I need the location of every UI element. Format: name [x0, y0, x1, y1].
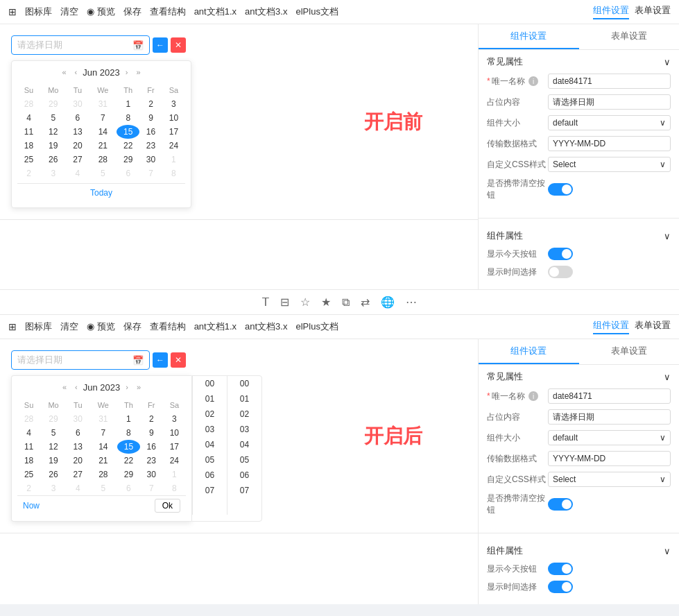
cal-day[interactable]: 11	[17, 125, 40, 139]
clear-toggle-before[interactable]	[548, 183, 573, 196]
cal-day[interactable]: 10	[162, 111, 185, 125]
cal-day[interactable]: 24	[163, 454, 186, 468]
toolbar2-clear[interactable]: 清空	[60, 320, 78, 333]
cal-day[interactable]: 5	[40, 111, 67, 125]
cal-day[interactable]: 3	[163, 412, 186, 426]
cal-prev-prev-before[interactable]: «	[59, 67, 69, 78]
toolbar-clear[interactable]: 清空	[60, 6, 78, 18]
toolbar2-preview[interactable]: ◉ 预览	[87, 320, 115, 333]
cal-next-before[interactable]: ›	[123, 67, 131, 78]
cal-day[interactable]: 29	[117, 468, 140, 481]
clear-toggle-after[interactable]	[548, 498, 573, 511]
time-hour-item[interactable]: 07	[193, 483, 227, 498]
cal-day[interactable]: 26	[40, 468, 67, 481]
date-input-before[interactable]: 请选择日期 📅	[11, 35, 150, 55]
cal-day[interactable]: 9	[139, 111, 162, 125]
info-icon-before[interactable]: i	[528, 76, 538, 86]
placeholder-input-after[interactable]	[548, 409, 671, 425]
css-select-after[interactable]: Select ∨	[548, 472, 671, 487]
component-props-header-after[interactable]: 组件属性 ∨	[487, 545, 671, 557]
time-hour-item[interactable]: 03	[193, 422, 227, 437]
cal-day[interactable]: 4	[17, 111, 40, 125]
toolbar2-save[interactable]: 保存	[123, 320, 141, 333]
css-select-before[interactable]: Select ∨	[548, 157, 671, 172]
time-minute-item[interactable]: 07	[227, 483, 261, 498]
toolbar2-library[interactable]: 图标库	[25, 320, 52, 333]
format-input-before[interactable]	[548, 136, 671, 151]
cal-day[interactable]: 10	[163, 426, 186, 440]
toolbar-save[interactable]: 保存	[123, 6, 141, 18]
copy-icon[interactable]: ⧉	[342, 296, 350, 309]
cal-day[interactable]: 29	[117, 153, 139, 166]
cal-day[interactable]: 7	[89, 111, 117, 125]
cal-day[interactable]: 12	[40, 440, 67, 454]
cal-next-next-after[interactable]: »	[134, 382, 144, 393]
cal-day[interactable]: 19	[40, 139, 67, 153]
toolbar2-tab1[interactable]: 组件设置	[593, 319, 629, 334]
prev-date-btn-after[interactable]: ←	[153, 352, 168, 368]
panel-tab1-before[interactable]: 组件设置	[479, 24, 579, 49]
cal-day[interactable]: 25	[17, 468, 40, 481]
cal-day[interactable]: 28	[89, 468, 117, 481]
component-props-header-before[interactable]: 组件属性 ∨	[487, 230, 671, 242]
cal-day[interactable]: 26	[40, 153, 67, 166]
toolbar2-elplus[interactable]: elPlus文档	[295, 320, 338, 333]
time-minute-item[interactable]: 01	[227, 391, 261, 407]
cal-day[interactable]: 15	[117, 125, 139, 139]
time-picker-toggle-before[interactable]	[548, 266, 573, 278]
now-btn-after[interactable]: Now	[23, 501, 40, 511]
common-props-header-before[interactable]: 常见属性 ∨	[487, 55, 671, 68]
panel-tab1-after[interactable]: 组件设置	[479, 339, 579, 364]
cal-day[interactable]: 9	[140, 426, 163, 440]
cal-day[interactable]: 8	[117, 111, 139, 125]
time-minute-item[interactable]: 03	[227, 422, 261, 437]
cal-day[interactable]: 14	[89, 125, 117, 139]
globe-icon[interactable]: 🌐	[381, 296, 395, 309]
toolbar-library[interactable]: 图标库	[25, 6, 52, 18]
time-minute-item[interactable]: 00	[227, 376, 261, 391]
ok-btn-after[interactable]: Ok	[155, 499, 180, 513]
cal-day[interactable]: 17	[163, 440, 186, 454]
share-icon[interactable]: ⇄	[361, 296, 370, 309]
cal-day[interactable]: 6	[67, 111, 89, 125]
time-hour-item[interactable]: 06	[193, 468, 227, 483]
cal-day[interactable]: 1	[117, 97, 139, 111]
today-toggle-before[interactable]	[548, 248, 573, 260]
time-minute-item[interactable]: 05	[227, 452, 261, 468]
cal-day[interactable]: 5	[40, 426, 67, 440]
cal-day[interactable]: 4	[17, 426, 40, 440]
cal-day[interactable]: 3	[162, 97, 185, 111]
time-hour-item[interactable]: 04	[193, 437, 227, 452]
cal-day[interactable]: 13	[67, 440, 89, 454]
prev-date-btn-before[interactable]: ←	[153, 37, 168, 53]
cal-day[interactable]: 22	[117, 454, 140, 468]
time-minute-item[interactable]: 02	[227, 407, 261, 422]
cal-day[interactable]: 7	[89, 426, 117, 440]
layout-icon[interactable]: ⊟	[280, 296, 289, 309]
date-input-after[interactable]: 请选择日期 📅	[11, 350, 150, 370]
cal-day[interactable]: 23	[139, 139, 162, 153]
info-icon-after[interactable]: i	[528, 391, 538, 401]
size-select-before[interactable]: default ∨	[548, 115, 671, 130]
cal-day[interactable]: 2	[139, 97, 162, 111]
cal-day[interactable]: 16	[139, 125, 162, 139]
cal-day[interactable]: 28	[89, 153, 117, 166]
time-hour-item[interactable]: 01	[193, 391, 227, 407]
cal-day[interactable]: 27	[67, 153, 89, 166]
cal-day[interactable]: 21	[89, 454, 117, 468]
star-filled-icon[interactable]: ★	[321, 296, 331, 309]
cal-day[interactable]: 8	[117, 426, 140, 440]
unique-name-input-after[interactable]	[548, 388, 671, 404]
cal-day[interactable]: 11	[17, 440, 40, 454]
cal-day[interactable]: 13	[67, 125, 89, 139]
toolbar2-structure[interactable]: 查看结构	[150, 320, 186, 333]
cal-day[interactable]: 20	[67, 139, 89, 153]
toolbar-preview[interactable]: ◉ 预览	[87, 6, 115, 18]
toolbar2-tab2[interactable]: 表单设置	[635, 319, 671, 334]
toolbar-tab1[interactable]: 组件设置	[593, 4, 629, 19]
cal-day[interactable]: 22	[117, 139, 139, 153]
cal-day[interactable]: 1	[117, 412, 140, 426]
del-date-btn-after[interactable]: ✕	[171, 352, 186, 368]
cal-prev-before[interactable]: ‹	[72, 67, 80, 78]
cal-day[interactable]: 18	[17, 139, 40, 153]
